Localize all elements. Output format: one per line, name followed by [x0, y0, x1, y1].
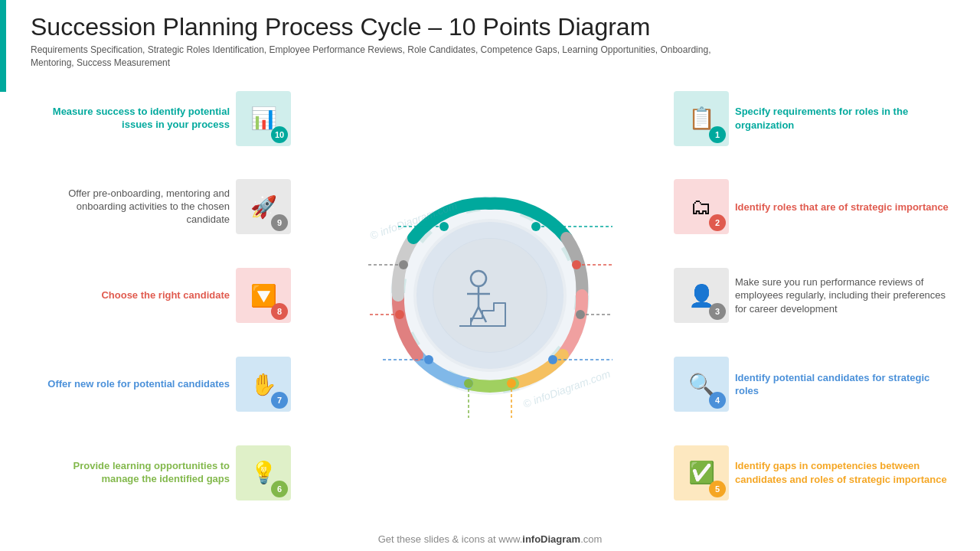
right-icon-5: ✅ [688, 460, 715, 485]
right-item-3: 👤 3 Make sure you run performance review… [674, 268, 957, 323]
left-icon-box-10: 📊 10 [236, 91, 291, 146]
page-container: Succession Planning Process Cycle – 10 P… [0, 0, 980, 551]
content-area: Measure success to identify potential is… [23, 76, 957, 516]
left-column: Measure success to identify potential is… [23, 76, 299, 516]
right-icon-box-2: 🗂 2 [674, 179, 729, 234]
left-item-7: Offer new role for potential candidates … [23, 357, 291, 412]
left-icon-10: 📊 [250, 106, 277, 131]
right-text-1: Specify requirements for roles in the or… [735, 105, 949, 132]
right-icon-box-4: 🔍 4 [674, 357, 729, 412]
page-title: Succession Planning Process Cycle – 10 P… [31, 14, 957, 41]
left-icon-box-6: 💡 6 [236, 445, 291, 500]
right-icon-box-1: 📋 1 [674, 91, 729, 146]
left-badge-8: 8 [271, 303, 288, 320]
right-text-2: Identify roles that are of strategic imp… [735, 201, 949, 214]
right-text-5: Identify gaps in competencies between ca… [735, 459, 949, 486]
left-icon-box-8: 🔽 8 [236, 268, 291, 323]
left-text-8: Choose the right candidate [101, 289, 230, 302]
left-text-6: Provide learning opportunities to manage… [38, 460, 230, 486]
left-accent [0, 0, 6, 92]
right-icon-2: 🗂 [691, 194, 712, 220]
right-badge-5: 5 [709, 481, 726, 497]
page-subtitle: Requirements Specification, Strategic Ro… [31, 44, 720, 70]
left-icon-6: 💡 [250, 460, 277, 485]
left-badge-6: 6 [271, 481, 288, 497]
left-icon-9: 🚀 [250, 194, 277, 220]
left-text-7: Offer new role for potential candidates [47, 378, 230, 391]
left-icon-8: 🔽 [250, 283, 277, 308]
right-icon-box-3: 👤 3 [674, 268, 729, 323]
right-item-5: ✅ 5 Identify gaps in competencies betwee… [674, 445, 957, 500]
right-badge-3: 3 [709, 303, 726, 320]
header-area: Succession Planning Process Cycle – 10 P… [23, 14, 957, 70]
right-item-4: 🔍 4 Identify potential candidates for st… [674, 357, 957, 412]
left-badge-9: 9 [271, 214, 288, 231]
right-icon-3: 👤 [688, 283, 715, 308]
left-text-9: Offer pre-onboarding, mentoring and onbo… [38, 187, 230, 227]
right-badge-1: 1 [709, 126, 726, 143]
right-icon-4: 🔍 [688, 372, 715, 397]
left-item-10: Measure success to identify potential is… [23, 91, 291, 146]
right-icon-1: 📋 [688, 106, 715, 131]
right-badge-2: 2 [709, 214, 726, 231]
right-text-4: Identify potential candidates for strate… [735, 371, 949, 398]
right-item-2: 🗂 2 Identify roles that are of strategic… [674, 179, 957, 234]
footer-brand: infoDiagram [522, 533, 580, 545]
right-column: 📋 1 Specify requirements for roles in th… [666, 76, 957, 516]
right-badge-4: 4 [709, 392, 726, 409]
right-text-3: Make sure you run performance reviews of… [735, 276, 949, 316]
left-badge-10: 10 [271, 126, 288, 143]
right-icon-box-5: ✅ 5 [674, 445, 729, 500]
left-text-10: Measure success to identify potential is… [38, 106, 230, 132]
footer-text-after: .com [580, 533, 602, 545]
left-icon-box-7: ✋ 7 [236, 357, 291, 412]
left-icon-box-9: 🚀 9 [236, 179, 291, 234]
left-item-9: Offer pre-onboarding, mentoring and onbo… [23, 179, 291, 234]
center-diagram [360, 165, 620, 425]
left-icon-7: ✋ [250, 372, 277, 397]
footer: Get these slides & icons at www.infoDiag… [378, 533, 603, 545]
left-badge-7: 7 [271, 392, 288, 409]
right-item-1: 📋 1 Specify requirements for roles in th… [674, 91, 957, 146]
footer-text-before: Get these slides & icons at www. [378, 533, 523, 545]
left-item-8: Choose the right candidate 🔽 8 [23, 268, 291, 323]
left-item-6: Provide learning opportunities to manage… [23, 445, 291, 500]
